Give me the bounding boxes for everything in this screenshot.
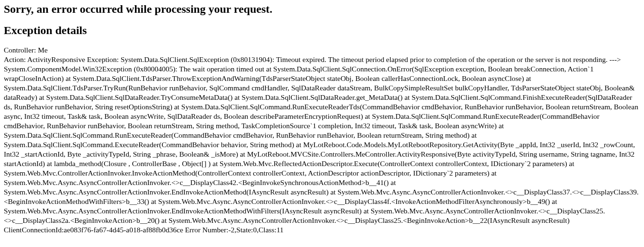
exception-trace: Action: ActivityResponsive Exception: Sy… bbox=[4, 55, 640, 235]
exception-details-heading: Exception details bbox=[4, 24, 640, 37]
exception-details-body: Controller: Me Action: ActivityResponsiv… bbox=[4, 45, 640, 235]
error-heading: Sorry, an error occurred while processin… bbox=[4, 3, 640, 16]
controller-line: Controller: Me bbox=[4, 45, 640, 55]
